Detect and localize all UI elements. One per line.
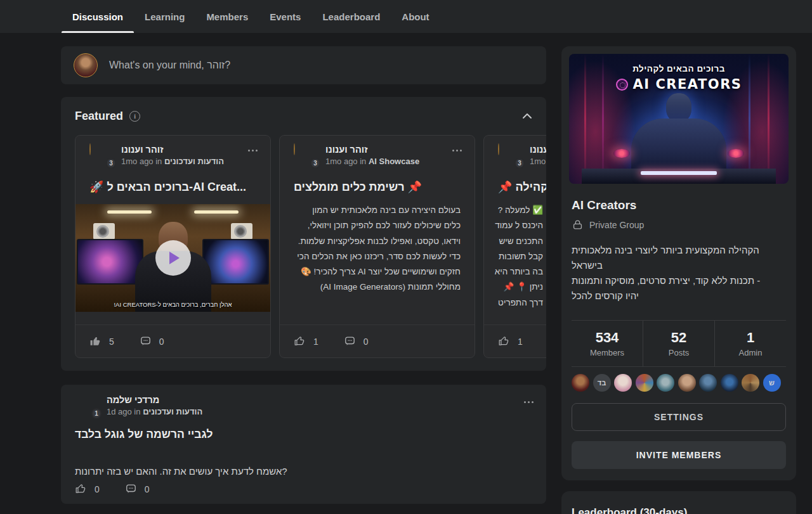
card-header: 3 זוהר וענונו 1mo ago in AI Showcase bbox=[294, 144, 449, 167]
post-title[interactable]: רשימת כלים מומלצים 📌 bbox=[294, 180, 468, 194]
card-header: 1 מרדכי שלמה 1d ago in הודעות ועדכונים bbox=[75, 394, 508, 418]
member-avatar[interactable] bbox=[657, 374, 674, 392]
featured-title: Featured bbox=[75, 110, 123, 123]
member-avatar[interactable]: בד bbox=[593, 374, 611, 392]
author-avatar[interactable]: 3 bbox=[89, 144, 112, 167]
author-avatar[interactable]: 1 bbox=[75, 394, 98, 417]
avatar bbox=[294, 143, 295, 155]
monitor-decor bbox=[77, 239, 143, 285]
lamp-decor bbox=[194, 210, 239, 214]
tab-events[interactable]: Events bbox=[259, 0, 311, 33]
chevron-up-icon bbox=[522, 113, 532, 119]
member-avatar[interactable] bbox=[721, 374, 738, 392]
post-meta: 1mo ago in הודעות ועדכונים bbox=[121, 156, 224, 167]
play-button[interactable] bbox=[155, 240, 191, 276]
comment-button[interactable] bbox=[344, 335, 356, 347]
author-name[interactable]: זוהר וענונו bbox=[121, 144, 224, 156]
banner-group-title: AI CREATORS bbox=[633, 77, 742, 92]
feed-post[interactable]: 1 מרדכי שלמה 1d ago in הודעות ועדכונים ל… bbox=[61, 385, 546, 504]
post-composer[interactable]: What's on your mind, זוהר? bbox=[61, 46, 546, 84]
member-avatar[interactable] bbox=[572, 374, 589, 392]
comment-icon bbox=[344, 335, 356, 347]
like-button[interactable] bbox=[75, 483, 87, 495]
featured-header: Featured i bbox=[75, 97, 532, 135]
comment-button[interactable] bbox=[140, 335, 152, 347]
member-avatar[interactable] bbox=[742, 374, 759, 392]
video-thumbnail[interactable]: אהלן חברים, ברוכים הבאים ל-AI CREATORS! bbox=[75, 204, 270, 312]
thumbs-up-icon bbox=[75, 483, 87, 495]
post-actions: 1 bbox=[484, 324, 546, 357]
author-avatar[interactable]: 3 bbox=[498, 144, 521, 167]
thumbs-up-icon bbox=[498, 335, 510, 347]
tab-members[interactable]: Members bbox=[195, 0, 259, 33]
thumbs-up-icon bbox=[89, 335, 102, 347]
more-options-button[interactable] bbox=[521, 399, 536, 406]
tab-learning[interactable]: Learning bbox=[134, 0, 195, 33]
level-badge: 3 bbox=[310, 158, 320, 169]
member-avatars-row: בד ש bbox=[572, 374, 781, 392]
post-actions: 5 0 bbox=[75, 324, 270, 357]
group-stats: 534 Members 52 Posts 1 Admin bbox=[572, 321, 786, 366]
more-options-button[interactable] bbox=[450, 147, 464, 154]
like-count: 5 bbox=[109, 337, 114, 347]
stat-value: 534 bbox=[596, 330, 619, 346]
info-icon[interactable]: i bbox=[129, 111, 140, 122]
category-link[interactable]: הודעות ועדכונים bbox=[143, 407, 202, 416]
group-name: AI Creators bbox=[572, 198, 636, 212]
post-meta: 1mo ago in AI Showcase bbox=[325, 156, 419, 167]
post-composer-input[interactable]: What's on your mind, זוהר? bbox=[109, 46, 230, 84]
tab-discussion[interactable]: Discussion bbox=[62, 0, 134, 33]
member-avatar[interactable] bbox=[614, 374, 632, 392]
post-meta: 1mo bbox=[530, 156, 546, 167]
author-name[interactable]: זוהר וענונו bbox=[325, 144, 419, 156]
category-link[interactable]: AI Showcase bbox=[369, 157, 419, 166]
author-name[interactable]: מרדכי שלמה bbox=[107, 394, 202, 406]
like-button[interactable] bbox=[498, 335, 510, 347]
comment-count: 0 bbox=[159, 337, 164, 347]
banner-title-row: AI CREATORS bbox=[569, 77, 789, 92]
member-avatar[interactable] bbox=[636, 374, 653, 392]
more-options-button[interactable] bbox=[246, 147, 260, 154]
member-avatar[interactable]: ש bbox=[763, 374, 781, 392]
card-header: 3 זוהר וענונו 1mo ago in הודעות ועדכונים bbox=[89, 144, 245, 167]
tab-about[interactable]: About bbox=[391, 0, 440, 33]
leaderboard-title: Leaderboard (30-days) bbox=[572, 506, 687, 514]
member-avatar[interactable] bbox=[678, 374, 696, 392]
privacy-label: Private Group bbox=[589, 220, 644, 230]
group-info-card: ברוכים הבאים לקהילת AI CREATORS AI Creat… bbox=[561, 46, 796, 480]
comment-count: 0 bbox=[363, 337, 369, 347]
stat-admins[interactable]: 1 Admin bbox=[714, 321, 786, 366]
member-avatar[interactable] bbox=[699, 374, 717, 392]
category-link[interactable]: הודעות ועדכונים bbox=[164, 157, 224, 166]
comment-button[interactable] bbox=[125, 483, 137, 495]
monitor-decor bbox=[202, 239, 269, 285]
post-title[interactable]: 📌 קהילה bbox=[498, 180, 546, 194]
post-title[interactable]: 🚀 ברוכים הבאים ל-AI Creat... bbox=[89, 180, 264, 194]
leaderboard-card: Leaderboard (30-days) bbox=[561, 491, 796, 514]
invite-members-button[interactable]: INVITE MEMBERS bbox=[572, 441, 786, 469]
author-name[interactable]: זוהר וענונו bbox=[530, 144, 546, 156]
comment-icon bbox=[125, 483, 137, 495]
like-button[interactable] bbox=[89, 335, 102, 347]
lock-icon bbox=[572, 219, 584, 231]
post-title[interactable]: לגביי הרשמה של גוגל בלבד bbox=[75, 428, 213, 441]
featured-card-community[interactable]: 3 זוהר וענונו 1mo 📌 קהילה ? למעלה ✅ היכנ… bbox=[483, 135, 546, 358]
featured-card-welcome[interactable]: 3 זוהר וענונו 1mo ago in הודעות ועדכונים… bbox=[75, 135, 271, 358]
post-actions: 0 0 bbox=[75, 483, 167, 495]
like-button[interactable] bbox=[294, 335, 306, 347]
stat-members[interactable]: 534 Members bbox=[572, 321, 643, 366]
lamp-decor bbox=[107, 210, 152, 214]
stat-posts[interactable]: 52 Posts bbox=[643, 321, 714, 366]
banner-welcome-text: ברוכים הבאים לקהילת bbox=[569, 64, 789, 74]
featured-section: Featured i 3 זוהר וענונו 1mo ago in הודע… bbox=[61, 97, 546, 371]
settings-button[interactable]: SETTINGS bbox=[572, 403, 786, 431]
collapse-featured-button[interactable] bbox=[522, 113, 532, 119]
thumbs-up-icon bbox=[294, 335, 306, 347]
brain-icon bbox=[616, 79, 628, 91]
stat-label: Posts bbox=[669, 348, 690, 357]
speaker-decor bbox=[231, 223, 252, 240]
author-avatar[interactable]: 3 bbox=[294, 144, 317, 167]
top-nav-bar: Discussion Learning Members Events Leade… bbox=[0, 0, 812, 33]
tab-leaderboard[interactable]: Leaderboard bbox=[311, 0, 391, 33]
stat-value: 52 bbox=[671, 330, 686, 346]
